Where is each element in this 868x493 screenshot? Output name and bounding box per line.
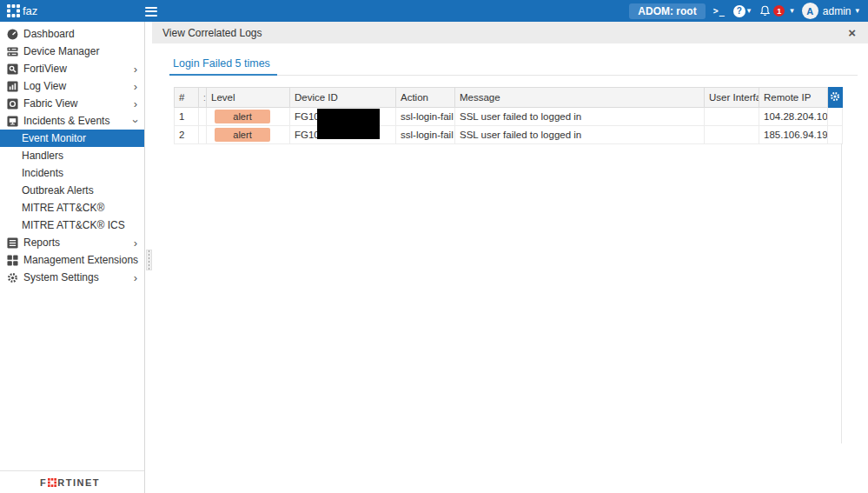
sidebar-item-label: Incidents & Events	[23, 115, 109, 127]
chevron-down-icon: ▾	[855, 7, 859, 15]
cell-number: 2	[175, 126, 199, 144]
tab-bar: Login Failed 5 times	[169, 54, 858, 76]
incidents-icon	[6, 115, 18, 127]
sidebar-subitem-mitre-attack[interactable]: MITRE ATT&CK®	[0, 199, 144, 217]
page-title: View Correlated Logs	[162, 27, 262, 39]
sidebar-item-label: Device Manager	[23, 45, 99, 57]
alert-level-badge: alert	[215, 128, 270, 142]
sidebar-item-label: MITRE ATT&CK® ICS	[22, 219, 125, 231]
cell-user-interface	[705, 126, 759, 144]
chevron-down-icon: ▾	[747, 7, 752, 15]
sidebar-item-label: FortiView	[23, 63, 67, 75]
extensions-icon	[6, 254, 18, 266]
app-logo[interactable]: faz	[0, 4, 37, 17]
sidebar-item-fabric-view[interactable]: Fabric View ›	[0, 95, 144, 112]
sidebar-subitem-outbreak-alerts[interactable]: Outbreak Alerts	[0, 182, 144, 199]
cell-remote-ip: 104.28.204.107	[759, 108, 828, 126]
cell-level: alert	[207, 126, 290, 144]
cell-spacer	[828, 108, 843, 126]
sidebar-item-log-view[interactable]: Log View ›	[0, 77, 144, 95]
table-right-border	[841, 143, 842, 443]
sidebar-subitem-incidents[interactable]: Incidents	[0, 164, 144, 182]
column-header-device-id[interactable]: Device ID	[290, 88, 396, 108]
table-header-row: # : Level Device ID Action Message User …	[175, 88, 843, 108]
fortiview-icon	[6, 63, 18, 75]
sidebar-item-label: System Settings	[23, 271, 99, 283]
help-icon: ?	[733, 5, 745, 17]
avatar: A	[802, 3, 818, 19]
sidebar-item-device-manager[interactable]: Device Manager	[0, 43, 144, 60]
chevron-down-icon: ▾	[790, 7, 794, 15]
cell-action: ssl-login-fail	[396, 108, 455, 126]
column-header-message[interactable]: Message	[455, 88, 705, 108]
sidebar-item-label: Outbreak Alerts	[22, 184, 94, 197]
gear-icon	[830, 91, 840, 102]
fortinet-grid-icon	[7, 4, 20, 17]
bar-chart-icon	[6, 80, 18, 92]
gear-icon	[6, 271, 18, 283]
cell-number: 1	[175, 108, 199, 126]
column-header-action[interactable]: Action	[396, 88, 455, 108]
column-header-number[interactable]: #	[175, 88, 199, 108]
cell-mini	[199, 126, 207, 144]
user-menu[interactable]: A admin ▾	[802, 3, 859, 19]
sidebar-item-incidents-events[interactable]: Incidents & Events ›	[0, 112, 144, 130]
sidebar-item-label: Reports	[23, 237, 60, 249]
sidebar-item-reports[interactable]: Reports ›	[0, 234, 144, 251]
menu-toggle-icon[interactable]	[145, 4, 157, 18]
sidebar-item-label: Dashboard	[23, 28, 75, 40]
cell-mini	[199, 108, 207, 126]
alert-level-badge: alert	[215, 110, 270, 123]
fortinet-logo-text: RTINET	[57, 477, 100, 488]
help-menu[interactable]: ? ▾	[733, 5, 752, 17]
sidebar-item-label: Log View	[23, 80, 66, 92]
sidebar-item-dashboard[interactable]: Dashboard	[0, 25, 144, 43]
sidebar-item-label: Incidents	[22, 167, 63, 179]
server-icon	[6, 45, 18, 57]
fabric-icon	[6, 97, 18, 110]
tab-login-failed[interactable]: Login Failed 5 times	[169, 54, 277, 76]
chevron-down-icon: ›	[129, 119, 141, 123]
sidebar-subitem-mitre-attack-ics[interactable]: MITRE ATT&CK® ICS	[0, 217, 144, 234]
column-header-level[interactable]: Level	[207, 88, 290, 108]
chevron-right-icon: ›	[134, 98, 137, 110]
close-icon[interactable]: ×	[848, 26, 856, 39]
app-logo-text: faz	[23, 4, 37, 17]
correlated-logs-table: # : Level Device ID Action Message User …	[174, 87, 842, 144]
sidebar-item-label: Event Monitor	[22, 132, 86, 144]
redacted-device-id-overlay	[317, 109, 380, 139]
fortinet-red-grid-icon	[48, 478, 56, 487]
sidebar-item-system-settings[interactable]: System Settings ›	[0, 269, 144, 286]
sidebar-item-label: Fabric View	[23, 97, 77, 110]
column-header-mini[interactable]: :	[199, 88, 207, 108]
column-header-user-interface[interactable]: User Interfac	[705, 88, 759, 108]
cell-spacer	[828, 126, 843, 144]
cli-console-icon[interactable]: >_	[713, 6, 726, 16]
sidebar-item-label: MITRE ATT&CK®	[22, 202, 104, 214]
sidebar-item-label: Handlers	[22, 150, 63, 162]
notification-count-badge: 1	[773, 5, 785, 17]
table-row[interactable]: 1 alert FG100E ssl-login-fail SSL user f…	[175, 108, 843, 126]
column-header-remote-ip[interactable]: Remote IP	[759, 88, 828, 108]
notifications-menu[interactable]: 1 ▾	[759, 4, 794, 17]
column-settings-button[interactable]	[828, 88, 843, 108]
user-name-label: admin	[823, 5, 851, 17]
fortinet-logo: F RTINET	[40, 477, 100, 488]
bell-icon	[759, 4, 772, 17]
cell-action: ssl-login-fail	[396, 126, 455, 144]
table-row[interactable]: 2 alert FG100E ssl-login-fail SSL user f…	[175, 126, 843, 144]
chevron-right-icon: ›	[134, 63, 137, 75]
cell-level: alert	[207, 108, 290, 126]
adom-selector-button[interactable]: ADOM: root	[629, 3, 705, 19]
sidebar-subitem-handlers[interactable]: Handlers	[0, 147, 144, 164]
chevron-right-icon: ›	[134, 81, 137, 92]
sidebar-subitem-event-monitor[interactable]: Event Monitor	[0, 130, 144, 147]
sidebar-resize-handle[interactable]	[146, 250, 152, 270]
cell-message: SSL user failed to logged in	[455, 126, 705, 144]
top-bar: faz ADOM: root >_ ? ▾ 1 ▾ A admin ▾	[0, 0, 868, 22]
chevron-right-icon: ›	[134, 237, 137, 249]
sidebar-item-management-extensions[interactable]: Management Extensions	[0, 251, 144, 269]
sidebar-item-fortiview[interactable]: FortiView ›	[0, 60, 144, 77]
panel-title-bar: View Correlated Logs ×	[152, 22, 868, 43]
cell-user-interface	[705, 108, 759, 126]
